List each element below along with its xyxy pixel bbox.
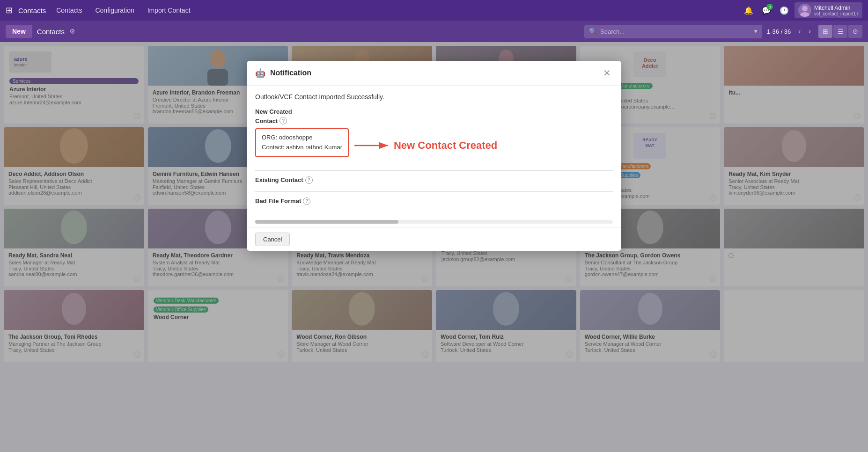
new-button[interactable]: New bbox=[6, 25, 32, 38]
top-menu: Contacts Configuration Import Contact bbox=[50, 0, 197, 21]
pagination-label: 1-36 / 36 bbox=[767, 28, 791, 35]
success-message: Outlook/VCF Contact Imported Successfull… bbox=[255, 93, 613, 101]
contact-line: Contact: ashivn rathod Kumar bbox=[262, 143, 342, 153]
notification-modal: 🤖 Notification ✕ Outlook/VCF Contact Imp… bbox=[247, 61, 621, 251]
user-company: vcf_contact_import17 bbox=[814, 11, 859, 16]
user-info: Mitchell Admin vcf_contact_import17 bbox=[814, 5, 859, 16]
page-title: Contacts bbox=[37, 28, 65, 36]
robot-icon: 🤖 bbox=[255, 68, 265, 78]
view-switcher: ⊞ ☰ ⊙ bbox=[818, 25, 862, 38]
search-wrap: 🔍 ▼ bbox=[584, 25, 762, 38]
scrollbar-thumb[interactable] bbox=[255, 220, 398, 224]
top-navigation: ⊞ Contacts Contacts Configuration Import… bbox=[0, 0, 868, 21]
activity-view-button[interactable]: ⊙ bbox=[848, 25, 862, 38]
settings-icon[interactable]: ⚙ bbox=[69, 28, 75, 35]
sub-toolbar: New Contacts ⚙ 🔍 ▼ 1-36 / 36 ‹ › ⊞ ☰ ⊙ bbox=[0, 21, 868, 42]
menu-contacts[interactable]: Contacts bbox=[50, 0, 88, 21]
svg-point-1 bbox=[800, 12, 809, 17]
cancel-button[interactable]: Cancel bbox=[255, 233, 290, 246]
app-name: Contacts bbox=[18, 7, 46, 15]
search-input[interactable] bbox=[584, 25, 762, 38]
page-nav: ‹ › bbox=[795, 26, 814, 36]
contact-label: Contact ? bbox=[255, 117, 613, 124]
avatar bbox=[798, 4, 811, 17]
next-page-button[interactable]: › bbox=[806, 26, 814, 36]
modal-header: 🤖 Notification ✕ bbox=[247, 61, 621, 86]
topnav-right: 🔔 💬 5 🕐 Mitchell Admin vcf_contact_impor… bbox=[741, 2, 862, 18]
search-icon: 🔍 bbox=[589, 28, 597, 35]
menu-import-contact[interactable]: Import Contact bbox=[141, 0, 197, 21]
existing-contact-label: Existing Contact ? bbox=[255, 176, 613, 184]
activity-icon[interactable]: 🔔 bbox=[741, 3, 756, 18]
help-icon[interactable]: ? bbox=[280, 117, 287, 124]
modal-body: Outlook/VCF Contact Imported Successfull… bbox=[247, 86, 621, 220]
existing-contact-section: Existing Contact ? bbox=[255, 176, 613, 184]
kanban-view-button[interactable]: ⊞ bbox=[818, 25, 832, 38]
bad-file-format-section: Bad File Format ? bbox=[255, 197, 613, 205]
search-dropdown-icon[interactable]: ▼ bbox=[753, 28, 758, 35]
user-menu[interactable]: Mitchell Admin vcf_contact_import17 bbox=[794, 2, 862, 18]
main-content: azureinterior Services Azure Interior Fr… bbox=[0, 42, 868, 452]
user-name: Mitchell Admin bbox=[814, 5, 859, 11]
existing-help-icon[interactable]: ? bbox=[305, 176, 313, 184]
list-view-button[interactable]: ☰ bbox=[833, 25, 847, 38]
org-line: ORG: odooshoppe bbox=[262, 133, 342, 143]
svg-point-0 bbox=[802, 6, 808, 11]
new-created-label: New Created bbox=[255, 108, 613, 115]
annotation-text: New Contact Created bbox=[394, 139, 497, 152]
bad-file-format-label: Bad File Format ? bbox=[255, 197, 613, 205]
modal-backdrop: 🤖 Notification ✕ Outlook/VCF Contact Imp… bbox=[0, 42, 868, 452]
close-button[interactable]: ✕ bbox=[601, 67, 613, 79]
prev-page-button[interactable]: ‹ bbox=[795, 26, 803, 36]
chat-badge: 5 bbox=[766, 4, 773, 10]
new-created-box: ORG: odooshoppe Contact: ashivn rathod K… bbox=[255, 128, 349, 157]
arrow-svg bbox=[354, 140, 392, 151]
bad-file-help-icon[interactable]: ? bbox=[303, 197, 310, 205]
menu-configuration[interactable]: Configuration bbox=[88, 0, 140, 21]
chat-icon[interactable]: 💬 5 bbox=[759, 3, 774, 18]
grid-icon[interactable]: ⊞ bbox=[6, 5, 13, 15]
modal-scrollbar[interactable] bbox=[255, 220, 613, 224]
clock-icon[interactable]: 🕐 bbox=[777, 3, 792, 18]
modal-title: Notification bbox=[270, 69, 596, 77]
modal-footer: Cancel bbox=[247, 227, 621, 251]
arrow-annotation: New Contact Created bbox=[354, 139, 497, 152]
